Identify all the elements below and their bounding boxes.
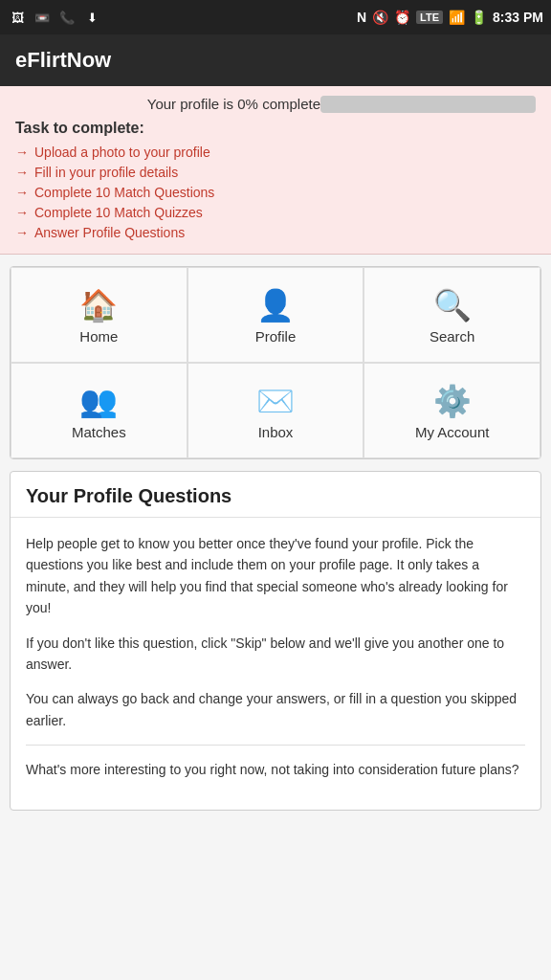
task-link-details[interactable]: Fill in your profile details: [34, 165, 178, 180]
app-title: eFlirtNow: [15, 48, 111, 72]
alarm-icon: ⏰: [394, 10, 410, 25]
nav-inbox-label: Inbox: [258, 424, 294, 440]
pq-para3: You can always go back and change your a…: [26, 688, 525, 731]
profile-questions-body: Help people get to know you better once …: [11, 518, 540, 810]
profile-percent-label: Your profile is 0% complete: [147, 96, 320, 112]
nav-search[interactable]: 🔍 Search: [364, 267, 540, 363]
arrow-icon: →: [15, 205, 29, 220]
task-link-photo[interactable]: Upload a photo to your profile: [34, 145, 210, 160]
nav-home[interactable]: 🏠 Home: [11, 267, 187, 363]
nav-grid: 🏠 Home 👤 Profile 🔍 Search 👥 Matches ✉️ I…: [10, 266, 541, 459]
profile-banner: Your profile is 0% complete Task to comp…: [0, 86, 551, 255]
matches-icon: 👥: [79, 386, 118, 416]
download-icon: ⬇: [82, 9, 101, 26]
list-item[interactable]: → Upload a photo to your profile: [15, 145, 536, 160]
app-header: eFlirtNow: [0, 34, 551, 86]
nav-inbox[interactable]: ✉️ Inbox: [187, 363, 364, 458]
status-bar: 🖼 📼 📞 ⬇ N 🔇 ⏰ LTE 📶 🔋 8:33 PM: [0, 0, 551, 34]
task-link-profile-questions[interactable]: Answer Profile Questions: [34, 225, 185, 240]
time-display: 8:33 PM: [493, 10, 543, 25]
nav-myaccount[interactable]: ⚙️ My Account: [364, 363, 540, 458]
phone-icon: 📞: [57, 9, 77, 26]
inbox-icon: ✉️: [256, 386, 295, 416]
signal-icon: 📶: [449, 10, 465, 25]
profile-complete-text: Your profile is 0% complete: [15, 96, 536, 112]
arrow-icon: →: [15, 145, 29, 160]
pq-para1: Help people get to know you better once …: [26, 533, 525, 619]
home-icon: 🏠: [79, 290, 118, 321]
profile-questions-section: Your Profile Questions Help people get t…: [10, 471, 541, 811]
list-item[interactable]: → Complete 10 Match Questions: [15, 185, 536, 200]
task-link-match-quizzes[interactable]: Complete 10 Match Quizzes: [34, 205, 203, 220]
battery-icon: 🔋: [471, 10, 487, 25]
task-list: → Upload a photo to your profile → Fill …: [15, 145, 536, 240]
arrow-icon: →: [15, 185, 29, 200]
profile-icon: 👤: [256, 290, 295, 321]
task-link-match-questions[interactable]: Complete 10 Match Questions: [34, 185, 214, 200]
myaccount-icon: ⚙️: [433, 386, 472, 416]
mute-icon: 🔇: [372, 10, 388, 25]
arrow-icon: →: [15, 225, 29, 240]
task-section: Task to complete: → Upload a photo to yo…: [15, 120, 536, 240]
task-header: Task to complete:: [15, 120, 536, 137]
pq-para2: If you don't like this question, click "…: [26, 633, 525, 676]
arrow-icon: →: [15, 165, 29, 180]
search-icon: 🔍: [433, 290, 472, 321]
cassette-icon: 📼: [33, 9, 52, 26]
list-item[interactable]: → Answer Profile Questions: [15, 225, 536, 240]
network-letter: N: [357, 10, 366, 25]
status-left-icons: 🖼 📼 📞 ⬇: [8, 9, 101, 26]
lte-badge: LTE: [416, 11, 443, 24]
list-item[interactable]: → Fill in your profile details: [15, 165, 536, 180]
nav-search-label: Search: [430, 328, 475, 345]
nav-home-label: Home: [79, 328, 118, 345]
profile-questions-title: Your Profile Questions: [11, 472, 540, 518]
nav-myaccount-label: My Account: [415, 424, 490, 440]
nav-matches-label: Matches: [72, 424, 126, 440]
progress-bar-container: [320, 96, 536, 113]
nav-profile-label: Profile: [255, 328, 297, 345]
list-item[interactable]: → Complete 10 Match Quizzes: [15, 205, 536, 220]
status-right-info: N 🔇 ⏰ LTE 📶 🔋 8:33 PM: [357, 10, 543, 25]
nav-matches[interactable]: 👥 Matches: [11, 363, 187, 458]
photo-icon: 🖼: [8, 9, 27, 26]
pq-question-prompt: What's more interesting to you right now…: [26, 745, 525, 780]
nav-profile[interactable]: 👤 Profile: [187, 267, 364, 363]
